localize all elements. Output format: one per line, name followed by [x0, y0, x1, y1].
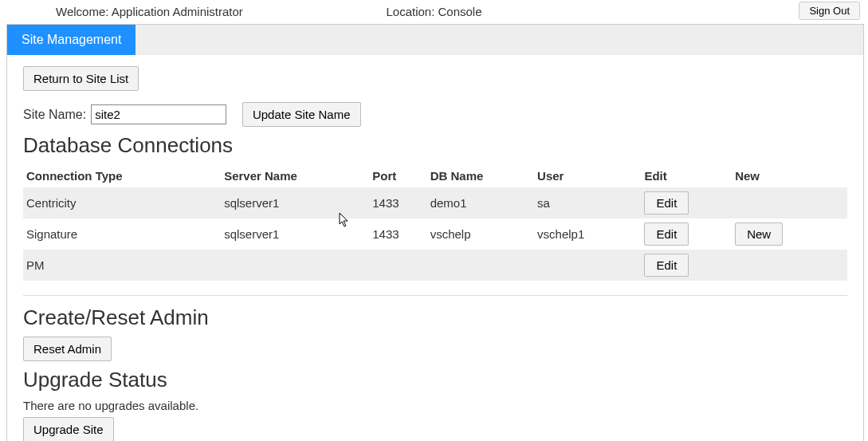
cell-edit: Edit [641, 250, 732, 281]
cell-connection-type: Centricity [23, 187, 221, 219]
cell-db-name: demo1 [427, 187, 534, 219]
th-edit: Edit [641, 164, 732, 187]
cell-port: 1433 [369, 219, 426, 250]
cell-connection-type: Signature [23, 219, 221, 250]
update-site-name-button[interactable]: Update Site Name [242, 102, 361, 127]
site-name-input[interactable] [91, 104, 226, 124]
reset-admin-button[interactable]: Reset Admin [23, 337, 112, 361]
table-row: Centricitysqlserver11433demo1saEdit [23, 187, 847, 219]
site-name-label: Site Name: [23, 108, 86, 122]
welcome-text: Welcome: Application Administrator [56, 5, 243, 18]
cell-server-name: sqlserver1 [221, 219, 369, 250]
return-to-site-list-button[interactable]: Return to Site List [23, 66, 139, 91]
db-connections-heading: Database Connections [23, 133, 847, 158]
th-db-name: DB Name [427, 164, 534, 187]
cell-db-name [427, 250, 534, 281]
cell-edit: Edit [641, 219, 732, 250]
table-row: PMEdit [23, 250, 847, 281]
upgrade-status-heading: Upgrade Status [23, 368, 847, 392]
cell-new [732, 250, 847, 281]
th-new: New [732, 164, 847, 187]
cell-connection-type: PM [23, 250, 221, 281]
upgrade-status-text: There are no upgrades available. [23, 399, 847, 412]
th-port: Port [369, 164, 426, 187]
cell-server-name [221, 250, 369, 281]
db-connections-table: Connection Type Server Name Port DB Name… [23, 164, 847, 281]
sign-out-button[interactable]: Sign Out [799, 2, 860, 20]
new-button[interactable]: New [735, 222, 783, 246]
cell-edit: Edit [641, 187, 732, 219]
cell-new: New [732, 219, 847, 250]
tab-site-management[interactable]: Site Management [7, 25, 136, 55]
th-server-name: Server Name [221, 164, 369, 187]
cell-port: 1433 [369, 187, 426, 219]
location-text: Location: Console [386, 5, 481, 18]
th-user: User [534, 164, 641, 187]
table-row: Signaturesqlserver11433vschelpvschelp1Ed… [23, 219, 847, 250]
cell-db-name: vschelp [427, 219, 534, 250]
edit-button[interactable]: Edit [644, 254, 689, 277]
cell-user: sa [534, 187, 641, 219]
cell-server-name: sqlserver1 [221, 187, 369, 219]
cell-user [534, 250, 641, 281]
cell-user: vschelp1 [534, 219, 641, 250]
edit-button[interactable]: Edit [644, 222, 689, 246]
upgrade-site-button[interactable]: Upgrade Site [23, 417, 114, 441]
cell-new [732, 187, 847, 219]
cell-port [369, 250, 426, 281]
create-reset-admin-heading: Create/Reset Admin [23, 305, 847, 330]
edit-button[interactable]: Edit [644, 191, 689, 215]
tabbar: Site Management [7, 25, 863, 55]
th-connection-type: Connection Type [23, 164, 221, 187]
